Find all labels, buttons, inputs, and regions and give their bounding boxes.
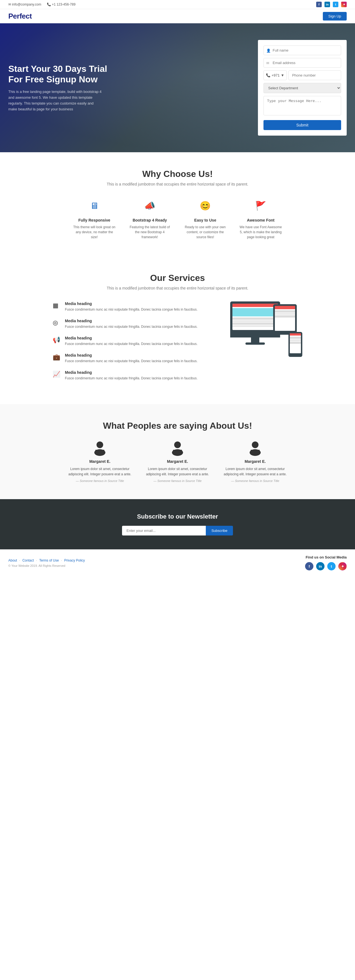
phone-group: 📞 +971 ▼	[263, 70, 341, 80]
fullname-field-group: 👤	[263, 46, 341, 55]
phone-code-display: 📞 +971 ▼	[263, 70, 287, 80]
testimonial-2: Margaret E. Lorem ipsum dolor sit amet, …	[222, 439, 288, 482]
why-choose-content: Why Choose Us! This is a modified jumbot…	[53, 169, 302, 240]
service-heading-0: Media heading	[65, 301, 197, 306]
service-content-1: Media heading Fusce condimentum nunc ac …	[65, 319, 197, 329]
email-input[interactable]	[263, 58, 341, 68]
facebook-icon[interactable]: f	[316, 2, 322, 7]
why-choose-section: Why Choose Us! This is a modified jumbot…	[0, 152, 355, 256]
footer-link-contact[interactable]: Contact	[22, 558, 34, 562]
message-textarea[interactable]	[263, 96, 341, 115]
services-list: ▦ Media heading Fusce condimentum nunc a…	[53, 301, 219, 387]
newsletter-subscribe-button[interactable]: Subscribe	[206, 526, 233, 536]
svg-rect-2	[96, 450, 104, 453]
twitter-icon[interactable]: t	[333, 2, 338, 7]
why-choose-subtitle: This is a modified jumbotron that occupi…	[53, 182, 302, 186]
navbar: Perfect Sign Up	[0, 9, 355, 23]
flag-icon: 🚩	[252, 197, 269, 214]
footer-copyright: © Your Website 2019. All Rights Reserved	[8, 564, 85, 567]
megaphone-icon: 📣	[142, 197, 158, 214]
signup-button[interactable]: Sign Up	[323, 12, 347, 21]
submit-button[interactable]: Submit	[263, 120, 341, 130]
newsletter-section: Subscribe to our Newsletter Subscribe	[0, 499, 355, 549]
testimonial-text-0: Lorem ipsum dolor sit amet, consectetur …	[67, 466, 133, 477]
feature-font-title: Awesome Font	[239, 218, 283, 223]
briefcase-icon: 💼	[53, 353, 61, 364]
service-heading-1: Media heading	[65, 319, 197, 323]
service-heading-4: Media heading	[65, 370, 197, 375]
footer-link-about[interactable]: About	[8, 558, 17, 562]
footer-link-privacy[interactable]: Privacy Policy	[64, 558, 85, 562]
message-field-group	[263, 96, 341, 116]
svg-rect-5	[173, 450, 182, 453]
svg-point-0	[97, 441, 103, 448]
department-select[interactable]: Select Department Sales Support Marketin…	[263, 83, 341, 93]
footer-right: Find us on Social Media f in t ✦	[305, 555, 347, 570]
monitor-screen	[232, 304, 278, 330]
chart-icon: 📈	[53, 371, 61, 381]
feature-responsive-title: Fully Responsive	[72, 218, 116, 223]
hero-section: Start Your 30 Days Trial For Free Signup…	[0, 23, 355, 152]
topbar-email: ✉ info@company.com	[8, 3, 41, 6]
phone-field-group: 📞 +971 ▼	[263, 70, 341, 80]
avatar-2	[247, 439, 263, 456]
footer-twitter-icon[interactable]: t	[327, 562, 336, 570]
monitor-base	[245, 342, 265, 345]
hero-description: This is a free landing page template, bu…	[8, 89, 103, 112]
feature-bootstrap: 📣 Bootstrap 4 Ready Featuring the latest…	[127, 197, 172, 240]
services-device-image	[230, 301, 302, 357]
contact-form: 👤 ✉ 📞 +971 ▼ Select Depa	[258, 40, 347, 135]
feature-easy: 😊 Easy to Use Ready to use with your own…	[183, 197, 228, 240]
service-desc-4: Fusce condimentum nunc ac nisi vulputate…	[65, 376, 197, 381]
topbar-contact: ✉ info@company.com 📞 +1 123-456-789	[8, 3, 75, 6]
svg-point-6	[252, 441, 258, 448]
email-field-group: ✉	[263, 58, 341, 68]
avatar-0	[92, 439, 108, 456]
footer-facebook-icon[interactable]: f	[305, 562, 314, 570]
service-heading-2: Media heading	[65, 336, 197, 340]
avatar-1	[169, 439, 186, 456]
footer-link-terms[interactable]: Terms of Use	[39, 558, 59, 562]
phone-input[interactable]	[288, 70, 341, 80]
footer-links: About · Contact · Terms of Use · Privacy…	[8, 558, 85, 562]
testimonial-name-1: Margaret E.	[144, 459, 211, 464]
hero-content: Start Your 30 Days Trial For Free Signup…	[8, 64, 247, 112]
tablet-screen	[275, 306, 295, 331]
testimonial-source-2: — Someone famous in Source Title	[222, 479, 288, 482]
newsletter-title: Subscribe to our Newsletter	[8, 513, 347, 520]
service-heading-3: Media heading	[65, 353, 197, 358]
service-content-0: Media heading Fusce condimentum nunc ac …	[65, 301, 197, 312]
smiley-icon: 😊	[197, 197, 213, 214]
bullhorn-icon: 📢	[53, 336, 61, 346]
envelope-icon: ✉	[266, 61, 269, 65]
testimonial-text-2: Lorem ipsum dolor sit amet, consectetur …	[222, 466, 288, 477]
footer-linkedin-icon[interactable]: in	[316, 562, 325, 570]
fullname-input[interactable]	[263, 46, 341, 55]
service-item-4: 📈 Media heading Fusce condimentum nunc a…	[53, 370, 219, 381]
service-content-4: Media heading Fusce condimentum nunc ac …	[65, 370, 197, 381]
footer: About · Contact · Terms of Use · Privacy…	[0, 549, 355, 576]
feature-bootstrap-title: Bootstrap 4 Ready	[127, 218, 172, 223]
svg-point-3	[174, 441, 181, 448]
service-content-2: Media heading Fusce condimentum nunc ac …	[65, 336, 197, 346]
testimonials-section: What Peoples are saying About Us! Margar…	[0, 404, 355, 499]
service-item-3: 💼 Media heading Fusce condimentum nunc a…	[53, 353, 219, 364]
linkedin-icon[interactable]: in	[325, 2, 330, 7]
testimonial-name-2: Margaret E.	[222, 459, 288, 464]
topbar-social: f in t ✦	[316, 2, 347, 7]
topbar-phone: 📞 +1 123-456-789	[47, 3, 75, 6]
tablet-mockup	[273, 304, 297, 335]
person-icon: 👤	[266, 48, 271, 52]
instagram-icon[interactable]: ✦	[341, 2, 347, 7]
testimonial-1: Margaret E. Lorem ipsum dolor sit amet, …	[144, 439, 211, 482]
newsletter-email-input[interactable]	[122, 526, 206, 536]
monitor-stand	[251, 337, 259, 343]
monitor-icon: 🖥	[86, 197, 103, 214]
brand-logo: Perfect	[8, 12, 32, 21]
service-content-3: Media heading Fusce condimentum nunc ac …	[65, 353, 197, 364]
footer-instagram-icon[interactable]: ✦	[338, 562, 347, 570]
target-icon: ◎	[53, 319, 61, 329]
topbar: ✉ info@company.com 📞 +1 123-456-789 f in…	[0, 0, 355, 9]
testimonials-title: What Peoples are saying About Us!	[8, 421, 347, 431]
feature-font-desc: We have use Font Awesome 5, which is mak…	[239, 224, 283, 240]
